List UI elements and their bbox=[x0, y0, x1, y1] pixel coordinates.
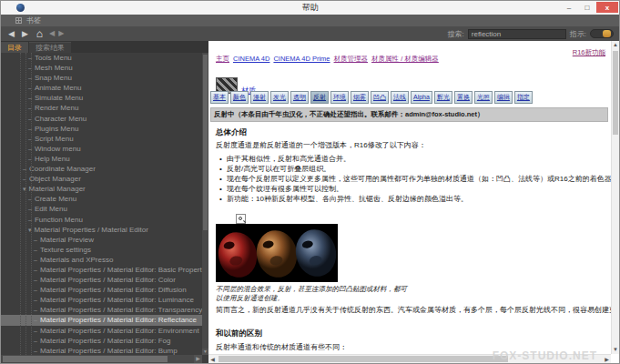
help-window: 帮助 – □ x 书签 ◀ ▶ ⌂ ◀ ▶ 搜索: 指示: 目录 搜索结果 bbox=[0, 0, 620, 364]
tree-item-label: Material Properties / Material Editor: T… bbox=[40, 306, 202, 314]
tree-item-label: Help Menu bbox=[35, 155, 70, 163]
tree-dash-icon: – bbox=[34, 267, 37, 273]
material-tab-Alpha[interactable]: Alpha bbox=[411, 91, 432, 104]
tree-item-label: Window menu bbox=[35, 145, 81, 153]
highlight-label: 指示: bbox=[570, 29, 586, 39]
tab-contents[interactable]: 目录 bbox=[1, 42, 28, 53]
bullet-item: 现在每个反射层可以定义更多属性，这些可用的属性都可作为单独的材质通道（如：凹凸、… bbox=[216, 174, 619, 184]
tree-item-label: Character Menu bbox=[35, 115, 86, 123]
tree-dash-icon: – bbox=[34, 257, 37, 263]
tree-item-label: Material Properties / Material Editor: F… bbox=[40, 337, 171, 345]
tree-item-label: Function Menu bbox=[35, 216, 83, 224]
breadcrumb-link[interactable]: CINEMA 4D Prime bbox=[273, 55, 330, 63]
tree-dash-icon: – bbox=[34, 297, 37, 303]
next-page-button[interactable]: ▶ bbox=[56, 26, 66, 41]
highlight-toggle[interactable] bbox=[590, 29, 614, 38]
search-label: 搜索: bbox=[448, 29, 464, 39]
minimize-button[interactable]: – bbox=[560, 2, 578, 13]
tree-item-label: Tools Menu bbox=[35, 54, 72, 62]
material-tab-光照[interactable]: 光照 bbox=[474, 91, 493, 104]
tree-item-label: Material Properties / Material Editor: B… bbox=[40, 347, 178, 355]
material-tab-法线[interactable]: 法线 bbox=[391, 91, 409, 104]
close-button[interactable]: x bbox=[596, 2, 618, 13]
tree-item-label: Material Properties / Material Editor: R… bbox=[40, 316, 197, 324]
material-tab-基本[interactable]: 基本 bbox=[210, 91, 229, 104]
tree-item-label: Material Properties / Material Editor bbox=[35, 226, 148, 234]
tree-item-label: Snap Menu bbox=[35, 74, 72, 82]
home-icon[interactable]: ⌂ bbox=[32, 26, 47, 41]
prev-page-button[interactable]: ◀ bbox=[47, 26, 56, 41]
tree-item-label: Edit Menu bbox=[35, 205, 67, 213]
tree-item-label: Material Properties / Material Editor: D… bbox=[40, 286, 187, 294]
feature-bullet-list: 由于其相似性，反射和高光通道合并。反射/高光可以在可折叠层组织。现在每个反射层可… bbox=[216, 154, 619, 204]
search-input[interactable] bbox=[468, 29, 566, 39]
r16-new-feature-link[interactable]: R16新功能 bbox=[573, 48, 605, 57]
tree-item-label: Material Properties / Material Editor: C… bbox=[40, 276, 176, 284]
material-tab-反射[interactable]: 反射 bbox=[310, 91, 329, 104]
material-tab-编辑[interactable]: 编辑 bbox=[494, 91, 513, 104]
magnifier-icon[interactable] bbox=[236, 214, 246, 224]
tree-dash-icon: – bbox=[34, 328, 37, 334]
tree-item-label: Materials and XPresso bbox=[40, 256, 113, 264]
material-tab-颜色[interactable]: 颜色 bbox=[230, 91, 249, 104]
maximize-button[interactable]: □ bbox=[578, 2, 596, 13]
tree-item-label: Texture settings bbox=[40, 246, 91, 254]
material-tab-烟雾[interactable]: 烟雾 bbox=[351, 91, 369, 104]
tree-item-label: Material Properties / Material Editor: B… bbox=[40, 266, 202, 274]
tree-item-label: Animate Menu bbox=[35, 84, 82, 92]
tree-item-label: Object Manager bbox=[29, 175, 81, 183]
sidebar-vertical-scrollbar[interactable]: ▼ bbox=[202, 53, 208, 355]
tab-search-results[interactable]: 搜索结果 bbox=[29, 42, 71, 53]
content-vertical-scrollbar[interactable]: ▲ ▼ bbox=[611, 41, 619, 354]
tree-item-label: Plugins Menu bbox=[35, 125, 78, 133]
material-tab-环境[interactable]: 环境 bbox=[330, 91, 349, 104]
material-tab-透明[interactable]: 透明 bbox=[290, 91, 309, 104]
tree-item-label: Material Manager bbox=[29, 185, 86, 193]
material-channel-tabs: 基本颜色漫射发光透明反射环境烟雾凹凸法线Alpha辉光置换光照编辑指定 bbox=[210, 91, 533, 104]
bullet-item: 由于其相似性，反射和高光通道合并。 bbox=[216, 154, 619, 164]
fox-studio-watermark: FOX-STUDIO.NET bbox=[493, 349, 597, 362]
figure-caption: 不同层的混合效果，反射，甚至连添加的凹凸贴图或材料，都可以使用反射通道创建。 bbox=[216, 285, 409, 302]
tree-item-label: Coordinate Manager bbox=[29, 165, 96, 173]
breadcrumb-link[interactable]: 主页 bbox=[216, 55, 229, 63]
breadcrumb-link[interactable]: CINEMA 4D bbox=[233, 55, 269, 63]
section-title-overview: 总体介绍 bbox=[216, 127, 247, 138]
sidebar-horizontal-scrollbar[interactable]: ▶ bbox=[1, 355, 202, 363]
breadcrumb: 主页CINEMA 4DCINEMA 4D Prime材质管理器材质属性 / 材质… bbox=[216, 55, 442, 64]
tree-item-label: Material Properties / Material Editor: E… bbox=[40, 327, 199, 335]
tree-item-label: Material Preview bbox=[40, 236, 94, 244]
toolbar: ◀ ▶ ⌂ ◀ ▶ 搜索: 指示: bbox=[1, 26, 619, 41]
sidebar: 目录 搜索结果 –Tools Menu–Mesh Menu–Snap Menu–… bbox=[1, 41, 208, 363]
breadcrumb-link[interactable]: 材质属性 / 材质编辑器 bbox=[371, 55, 439, 63]
toggle-thumb-icon bbox=[603, 30, 611, 37]
intro-paragraph: 反射度通道是前反射通道的一个增强版本，R16修改了以下内容： bbox=[216, 141, 619, 151]
tree-dash-icon: – bbox=[34, 348, 37, 354]
section-title-differences: 和以前的区别 bbox=[216, 329, 262, 339]
grid-icon bbox=[15, 17, 22, 24]
bullet-item: 反射/高光可以在可折叠层组织。 bbox=[216, 164, 619, 174]
summary-paragraph: 简而言之，新的反射通道几乎没有关于传统反射的东西。汽车或金属等材质，有多个层，每… bbox=[216, 306, 619, 316]
tree-dash-icon: – bbox=[34, 317, 37, 323]
material-tab-指定[interactable]: 指定 bbox=[514, 91, 533, 104]
tree-item-label: Simulate Menu bbox=[35, 94, 83, 102]
bullet-item: 现在每个纹理有很多属性可以控制。 bbox=[216, 184, 619, 194]
page-title-banner: 反射中（本条目由千年虫汉化，不正确处还望指出。联系邮件：admin@fox-st… bbox=[210, 107, 608, 122]
tree-dash-icon: – bbox=[34, 338, 37, 344]
reflectance-example-image[interactable] bbox=[216, 224, 338, 282]
tree-item-label: Create Menu bbox=[35, 195, 76, 203]
breadcrumb-link[interactable]: 材质管理器 bbox=[334, 55, 369, 63]
menu-bookmarks[interactable]: 书签 bbox=[26, 15, 41, 25]
back-button[interactable]: ◀ bbox=[5, 26, 18, 41]
forward-button[interactable]: ▶ bbox=[18, 26, 32, 41]
material-tab-辉光[interactable]: 辉光 bbox=[434, 91, 452, 104]
material-tab-凹凸[interactable]: 凹凸 bbox=[371, 91, 389, 104]
contents-tree: –Tools Menu–Mesh Menu–Snap Menu–Animate … bbox=[1, 53, 202, 355]
tree-dash-icon: – bbox=[34, 277, 37, 283]
material-tab-发光[interactable]: 发光 bbox=[270, 91, 289, 104]
tree-item-label: Render Menu bbox=[35, 104, 78, 112]
tree-dash-icon: – bbox=[34, 287, 37, 293]
window-title: 帮助 bbox=[1, 2, 619, 14]
material-tab-置换[interactable]: 置换 bbox=[454, 91, 473, 104]
tree-item-label: Material Properties / Material Editor: L… bbox=[40, 296, 194, 304]
material-tab-漫射[interactable]: 漫射 bbox=[250, 91, 269, 104]
